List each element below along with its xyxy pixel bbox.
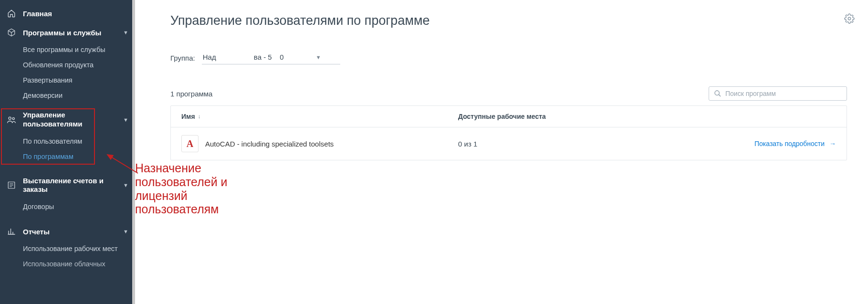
svg-point-1	[12, 117, 14, 119]
sidebar-sub-seat-usage[interactable]: Использование рабочих мест	[0, 241, 135, 256]
sidebar-sub-by-user[interactable]: По пользователям	[0, 134, 135, 149]
svg-point-3	[848, 17, 851, 20]
group-select[interactable]: Над ва - 5 0 ▼	[202, 51, 340, 64]
group-select-value: Над ва - 5 0	[203, 53, 284, 61]
users-icon	[7, 115, 16, 125]
product-name: AutoCAD - including specialized toolsets	[205, 140, 334, 148]
sidebar-sub-demo[interactable]: Демоверсии	[0, 88, 135, 103]
sidebar-item-programs[interactable]: Программы и службы ▼	[0, 23, 135, 42]
chevron-down-icon: ▼	[123, 30, 128, 35]
sidebar-sub-all-programs[interactable]: Все программы и службы	[0, 42, 135, 57]
sidebar-item-reports[interactable]: Отчеты ▼	[0, 222, 135, 241]
product-icon: A	[181, 135, 199, 152]
page-title: Управление пользователями по программе	[170, 13, 847, 28]
sidebar-item-home[interactable]: Главная	[0, 4, 135, 23]
search-icon	[714, 90, 722, 97]
sort-arrow-icon: ↓	[198, 113, 201, 120]
column-header-name[interactable]: Имя ↓	[181, 113, 458, 120]
settings-button[interactable]	[844, 13, 855, 24]
search-box[interactable]	[709, 86, 847, 101]
group-label: Группа:	[170, 54, 195, 62]
sidebar-sub-deploy[interactable]: Развертывания	[0, 73, 135, 88]
table-row[interactable]: A AutoCAD - including specialized toolse…	[171, 127, 847, 160]
show-details-link[interactable]: Показать подробности →	[649, 140, 836, 147]
toolbar: 1 программа	[170, 86, 847, 101]
gear-icon	[844, 13, 855, 24]
column-header-seats[interactable]: Доступные рабочие места	[458, 113, 649, 120]
sidebar-sub-updates[interactable]: Обновления продукта	[0, 57, 135, 73]
sidebar-label: Программы и службы	[23, 29, 101, 37]
chevron-down-icon: ▼	[123, 182, 128, 188]
sidebar-item-billing[interactable]: Выставление счетов и заказы ▼	[0, 172, 135, 199]
program-table: Имя ↓ Доступные рабочие места A AutoCAD …	[170, 105, 847, 160]
sidebar-label: Отчеты	[23, 228, 50, 236]
chevron-down-icon: ▼	[316, 54, 321, 60]
billing-icon	[7, 180, 16, 190]
sidebar: Главная Программы и службы ▼ Все програм…	[0, 0, 135, 304]
sidebar-label: Главная	[23, 10, 52, 18]
seats-value: 0 из 1	[458, 140, 649, 148]
sidebar-sub-contracts[interactable]: Договоры	[0, 199, 135, 214]
svg-point-0	[9, 117, 11, 119]
table-header: Имя ↓ Доступные рабочие места	[171, 106, 847, 127]
sidebar-sub-by-program[interactable]: По программам	[0, 149, 135, 164]
reports-icon	[7, 227, 16, 236]
group-selector-row: Группа: Над ва - 5 0 ▼	[170, 51, 847, 64]
main-content: Управление пользователями по программе Г…	[135, 0, 868, 304]
sidebar-label: Выставление счетов и заказы	[23, 177, 123, 195]
home-icon	[7, 9, 16, 18]
sidebar-item-users[interactable]: Управление пользователями ▼	[0, 106, 135, 134]
chevron-down-icon: ▼	[123, 229, 128, 234]
search-input[interactable]	[725, 90, 842, 97]
sidebar-sub-cloud-usage[interactable]: Использование облачных	[0, 256, 135, 272]
svg-point-4	[715, 91, 719, 95]
program-count: 1 программа	[170, 90, 212, 98]
arrow-right-icon: →	[829, 140, 836, 147]
sidebar-label: Управление пользователями	[23, 111, 123, 129]
cube-icon	[7, 28, 16, 37]
chevron-down-icon: ▼	[123, 117, 128, 123]
annotation-text: Назначение пользователей и лицензий поль…	[135, 161, 228, 216]
